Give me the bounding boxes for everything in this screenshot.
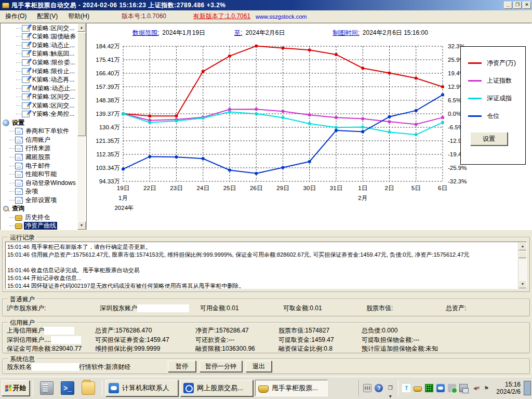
- tree-item[interactable]: D策略:动态止...: [1, 41, 77, 50]
- tree-item[interactable]: M策略:动态止...: [1, 84, 77, 93]
- menu-help[interactable]: 帮助(H): [63, 10, 95, 22]
- scroll-down-icon[interactable]: ▼: [77, 221, 86, 230]
- tree-item[interactable]: Y策略:全局控...: [1, 110, 77, 118]
- show-desktop-button[interactable]: [524, 381, 531, 395]
- account-field: 可买担保证券资金:1459.47: [95, 336, 195, 345]
- tree-item[interactable]: 信用账户: [1, 136, 77, 144]
- pause-one-minute-button[interactable]: 暂停一分钟: [200, 361, 242, 372]
- svg-text:30日: 30日: [303, 185, 316, 191]
- tree-item[interactable]: 性能和节能: [1, 170, 77, 179]
- tree-item[interactable]: 券商和下单软件: [1, 127, 77, 136]
- green-grid-tray-icon[interactable]: [425, 384, 433, 392]
- keyboard-layout-icon[interactable]: [363, 384, 371, 392]
- tree-item[interactable]: X策略:区间交...: [1, 101, 77, 110]
- tree-item-label: 查询: [11, 204, 25, 213]
- tree-item-label: 杂项: [24, 187, 39, 196]
- menu-operate[interactable]: 操作(O): [0, 10, 32, 22]
- server-tools-icon[interactable]: [40, 381, 54, 395]
- tree-item[interactable]: 全部设置项: [1, 196, 77, 205]
- legend-settings-button[interactable]: 设置: [470, 132, 508, 145]
- help-tray-icon[interactable]: ?: [375, 384, 383, 392]
- tree-item[interactable]: 行情来源: [1, 144, 77, 153]
- tree-item[interactable]: R策略:区间交...: [1, 92, 77, 101]
- tree-item[interactable]: 自动登录Windows: [1, 179, 77, 188]
- volume-muted-icon[interactable]: ◄: [471, 384, 479, 392]
- svg-text:24日: 24日: [197, 185, 209, 191]
- doc-icon: [15, 197, 23, 204]
- usb-safely-remove-icon[interactable]: [448, 384, 456, 392]
- tree-item[interactable]: 设置: [1, 118, 77, 127]
- close-button[interactable]: ✕: [523, 2, 531, 9]
- log-scrollbar[interactable]: ▲ ▼: [518, 242, 526, 288]
- taskbar-separator: [33, 380, 33, 396]
- network-tray-icon[interactable]: [459, 384, 468, 392]
- tree-item[interactable]: 查询: [1, 204, 77, 213]
- taskbar-separator: [102, 380, 102, 396]
- scroll-thumb[interactable]: [77, 32, 86, 136]
- tree-connector: [16, 97, 21, 97]
- website-link[interactable]: www.sszgstock.com: [256, 14, 307, 20]
- tree-connector: [16, 114, 21, 114]
- account-field: 上海信用账户: [7, 326, 95, 336]
- taskbar-clock[interactable]: 15:16 2024/2/6: [496, 381, 521, 395]
- scroll-up-icon[interactable]: ▲: [77, 23, 86, 32]
- tree-item-label: 信用账户: [24, 136, 51, 144]
- tree-item-label: 藏匿股票: [24, 153, 51, 162]
- taskbar-app-button[interactable]: 甩手掌柜股票...: [255, 380, 328, 396]
- menu-config[interactable]: 配置(V): [32, 10, 63, 22]
- log-line: [6, 259, 526, 267]
- sidebar-scrollbar[interactable]: ▲ ▼: [77, 23, 86, 230]
- taskbar-app-button[interactable]: 计算机和联系人: [105, 380, 178, 396]
- gold-icon: [258, 385, 269, 393]
- tree-item[interactable]: C策略:国债融券: [1, 33, 77, 42]
- svg-text:1日: 1日: [358, 185, 367, 191]
- taskbar-app-button[interactable]: 网上股票交易...: [180, 380, 253, 396]
- strategy-icon: [22, 102, 30, 109]
- restore-button[interactable]: ❐: [513, 2, 522, 9]
- doc-icon: [15, 145, 23, 152]
- svg-text:6日: 6日: [438, 185, 447, 191]
- powershell-icon[interactable]: >_: [61, 381, 74, 395]
- log-line: 15:01:46 信用账户总资产:1575612.47元, 股票市值:15741…: [6, 251, 526, 259]
- account-field: 可提取资金:1459.47: [278, 336, 362, 345]
- tree-list: B策略:区间交... C策略:国债融券 D策略:动态止... E策略:触底回..…: [1, 24, 77, 230]
- holder-name-field: 股东姓名: [7, 363, 79, 371]
- tree-connector: [9, 157, 15, 157]
- start-button[interactable]: 开始: [2, 380, 30, 396]
- tree-item[interactable]: 杂项: [1, 187, 77, 196]
- tree-item[interactable]: H策略:限价止...: [1, 67, 77, 76]
- tree-connector: [9, 225, 15, 226]
- svg-text:2024年: 2024年: [114, 205, 134, 211]
- tree-item[interactable]: 历史持仓: [1, 213, 77, 222]
- tree-item-label: B策略:区间交...: [31, 24, 75, 33]
- svg-text:23日: 23日: [170, 185, 182, 191]
- gold-app-tray-icon[interactable]: [414, 387, 422, 392]
- legend-line-swatch: [468, 80, 482, 82]
- tree-item[interactable]: E策略:触底回...: [1, 50, 77, 59]
- scroll-thumb[interactable]: [518, 251, 527, 258]
- version-label: 版本号:1.0.7060: [122, 12, 166, 21]
- scroll-up-icon[interactable]: ▲: [518, 242, 527, 250]
- tree-item[interactable]: B策略:区间交...: [1, 24, 77, 33]
- account-field: 股票市值:1574827: [278, 326, 362, 336]
- svg-text:175.41万: 175.41万: [96, 57, 120, 63]
- flag-tray-icon[interactable]: ⚑: [482, 384, 490, 392]
- scroll-down-icon[interactable]: ▼: [518, 280, 527, 288]
- tree-connector: [9, 191, 15, 192]
- tree-item[interactable]: 藏匿股票: [1, 153, 77, 162]
- tree-item[interactable]: 净资产曲线: [1, 222, 77, 230]
- tray-expand-icon[interactable]: ❐▾: [386, 384, 394, 392]
- redacted-value: [51, 336, 81, 344]
- folder-icon[interactable]: [82, 381, 95, 395]
- exit-button[interactable]: 退出: [246, 361, 272, 372]
- tree-item[interactable]: 电子邮件: [1, 162, 77, 170]
- pause-button[interactable]: 暂停: [168, 361, 196, 372]
- teamviewer-tray-icon[interactable]: [436, 384, 445, 392]
- new-version-link[interactable]: 有新版本了:1.0.7061: [193, 12, 250, 21]
- windows-logo-icon: [5, 384, 11, 391]
- t-app-tray-icon[interactable]: T: [402, 384, 410, 392]
- svg-text:5日: 5日: [411, 185, 421, 191]
- minimize-button[interactable]: _: [504, 2, 512, 9]
- tree-item[interactable]: G策略:限价委...: [1, 58, 77, 67]
- tree-item[interactable]: K策略:动态再...: [1, 75, 77, 84]
